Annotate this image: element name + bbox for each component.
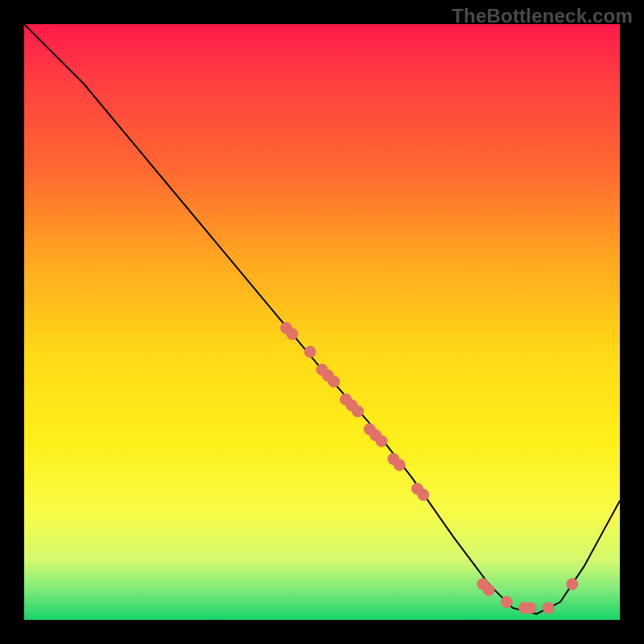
- data-marker: [543, 602, 554, 613]
- data-marker: [328, 376, 340, 387]
- data-marker: [525, 602, 536, 613]
- data-marker: [418, 489, 429, 501]
- chart-frame: TheBottleneck.com: [0, 0, 644, 644]
- markers-group: [281, 322, 578, 613]
- bottleneck-curve: [24, 24, 620, 614]
- data-marker: [376, 436, 387, 447]
- data-marker: [483, 584, 494, 596]
- data-marker: [501, 597, 512, 608]
- data-marker: [352, 406, 363, 417]
- data-marker: [287, 328, 298, 340]
- watermark-text: TheBottleneck.com: [452, 5, 633, 27]
- data-marker: [304, 346, 316, 357]
- chart-svg: [24, 24, 620, 620]
- data-marker: [567, 579, 578, 590]
- plot-area: [24, 24, 620, 620]
- data-marker: [394, 460, 405, 471]
